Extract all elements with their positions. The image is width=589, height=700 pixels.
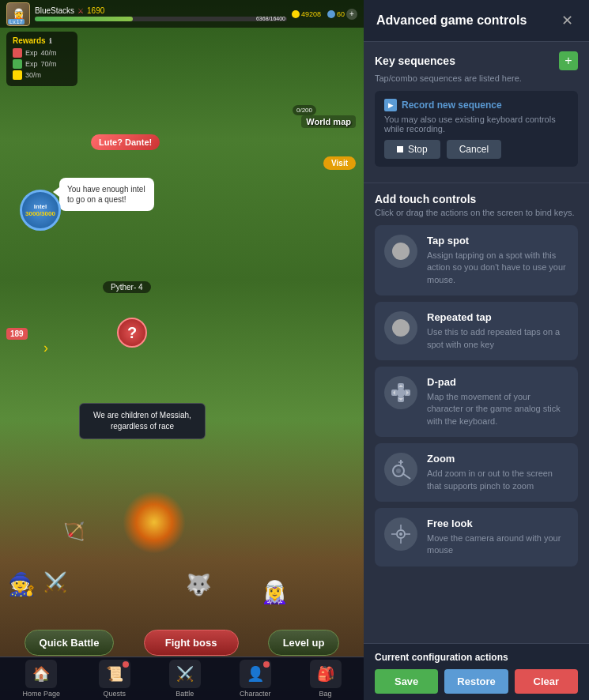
tap-spot-info: Tap spot Assign tapping on a spot with t… [427, 235, 568, 286]
info-icon: ℹ [49, 37, 51, 45]
cancel-button[interactable]: Cancel [447, 140, 501, 159]
sword-icon: ⚔ [77, 7, 84, 15]
nav-bag-label: Bag [319, 690, 332, 698]
tap-spot-icon-wrap [384, 235, 417, 268]
touch-controls-section: Add touch controls Click or drag the act… [364, 183, 589, 576]
stop-button[interactable]: Stop [384, 140, 440, 159]
restore-button[interactable]: Restore [444, 669, 508, 694]
hp-bar: 6368/16400 [35, 17, 287, 21]
nav-quests[interactable]: 📜 Quests [99, 660, 130, 698]
free-look-card[interactable]: Free look Move the camera around with yo… [375, 508, 578, 566]
dpad-label: D-pad [427, 376, 568, 388]
arrow-icon: › [43, 340, 48, 356]
free-look-desc: Move the camera around with your mouse [427, 533, 568, 557]
right-panel: Advanced game controls ✕ Key sequences +… [364, 0, 589, 700]
nav-battle-label: Battle [176, 690, 194, 698]
tap-spot-desc: Assign tapping on a spot with this actio… [427, 250, 568, 286]
exp-label: Exp [25, 49, 38, 57]
reward-row-exp: Exp 40/m [13, 48, 71, 58]
speech-bubble: You have enough intel to go on a quest! [59, 178, 154, 211]
lute-balloon: Lute? Dante! [91, 134, 160, 150]
record-title: ▶ Record new sequence [384, 99, 568, 111]
exp2-icon [13, 59, 22, 69]
level-badge-189: 189 [6, 328, 28, 340]
intel-circle: Intel 3000/3000 [20, 190, 61, 231]
name-plate: Pyther- 4 [103, 281, 151, 293]
bag-icon-box: 🎒 [310, 660, 342, 688]
nav-home[interactable]: 🏠 Home Page [22, 660, 60, 698]
repeated-tap-label: Repeated tap [427, 311, 568, 323]
player-name: BlueStacks ⚔ 1690 [35, 6, 287, 15]
bottom-buttons: Quick Battle Fight boss Level up [0, 630, 364, 656]
fight-boss-button[interactable]: Fight boss [144, 630, 239, 656]
coin-icon [13, 70, 22, 80]
zoom-icon [390, 458, 412, 480]
rewards-panel: Rewards ℹ Exp 40/m Exp 70/m 30/m [6, 32, 77, 86]
nav-battle[interactable]: ⚔️ Battle [169, 660, 201, 698]
intel-label: Intel [34, 203, 47, 210]
character-3: 🏹 [63, 521, 85, 542]
config-title: Current configuration actions [375, 652, 578, 663]
character-4: 🧝‍♀️ [261, 579, 289, 605]
zoom-card[interactable]: Zoom Add zoom in or out to the screen th… [375, 443, 578, 502]
clear-button[interactable]: Clear [515, 669, 578, 694]
panel-title: Advanced game controls [376, 13, 527, 28]
touch-title: Add touch controls [375, 193, 578, 205]
save-button[interactable]: Save [375, 669, 438, 694]
repeated-tap-icon-wrap [384, 311, 417, 344]
coin-value: 30/m [25, 71, 41, 79]
battle-dialogue: We are children of Messiah, regardless o… [79, 403, 206, 439]
blue-icon [327, 10, 335, 18]
add-currency-button[interactable]: + [346, 9, 357, 20]
battle-fx [123, 491, 186, 554]
exp-icon [13, 48, 22, 58]
hp-text: 6368/16400 [256, 16, 285, 21]
dpad-icon-wrap [384, 376, 417, 409]
bag-icon: 🎒 [317, 665, 334, 683]
quick-battle-button[interactable]: Quick Battle [25, 630, 115, 656]
add-sequence-button[interactable]: + [559, 51, 578, 70]
player-info: BlueStacks ⚔ 1690 6368/16400 [35, 6, 287, 21]
level-up-button[interactable]: Level up [268, 630, 340, 656]
dpad-info: D-pad Map the movement of your character… [427, 376, 568, 427]
key-sequences-header: Key sequences + [375, 51, 578, 70]
svg-point-13 [396, 469, 401, 473]
bottom-nav: 🏠 Home Page 📜 Quests ⚔️ Battle 👤 Charact… [0, 657, 364, 700]
nav-character-label: Character [240, 690, 271, 698]
question-mark-icon: ? [117, 318, 147, 348]
gold-icon [292, 10, 300, 18]
tap-spot-card[interactable]: Tap spot Assign tapping on a spot with t… [375, 225, 578, 295]
touch-desc: Click or drag the actions on the screen … [375, 208, 578, 217]
character-icon: 👤 [247, 665, 264, 683]
record-buttons: Stop Cancel [384, 140, 568, 159]
home-icon-box: 🏠 [25, 660, 57, 688]
repeated-tap-card[interactable]: Repeated tap Use this to add repeated ta… [375, 302, 578, 360]
nav-bag[interactable]: 🎒 Bag [310, 660, 342, 698]
tap-spot-icon [392, 243, 410, 260]
nav-home-label: Home Page [22, 690, 60, 698]
hp-fill [35, 17, 133, 21]
dpad-desc: Map the movement of your character or th… [427, 391, 568, 427]
stop-icon [397, 146, 403, 152]
exp-value: 40/m [41, 49, 57, 57]
svg-rect-4 [398, 390, 404, 396]
free-look-info: Free look Move the camera around with yo… [427, 517, 568, 557]
zoom-icon-wrap [384, 453, 417, 486]
dpad-card[interactable]: D-pad Map the movement of your character… [375, 367, 578, 437]
nav-character[interactable]: 👤 Character [240, 660, 271, 698]
tap-spot-label: Tap spot [427, 235, 568, 247]
close-button[interactable]: ✕ [557, 11, 576, 30]
panel-scroll: Key sequences + Tap/combo sequences are … [364, 42, 589, 643]
character-1: 🧙 [8, 571, 36, 597]
character-2: ⚔️ [43, 571, 67, 593]
visit-button[interactable]: Visit [323, 156, 356, 170]
panel-header: Advanced game controls ✕ [364, 0, 589, 42]
currency-row: 49208 60 + [292, 9, 357, 20]
reward-row-exp2: Exp 70/m [13, 59, 71, 69]
repeated-tap-icon [392, 319, 410, 337]
key-sequences-desc: Tap/combo sequences are listed here. [375, 73, 578, 83]
gold-currency: 49208 [292, 10, 321, 18]
repeated-tap-desc: Use this to add repeated taps on a spot … [427, 326, 568, 351]
battle-icon: ⚔️ [176, 665, 194, 683]
quests-icon-box: 📜 [99, 660, 130, 688]
